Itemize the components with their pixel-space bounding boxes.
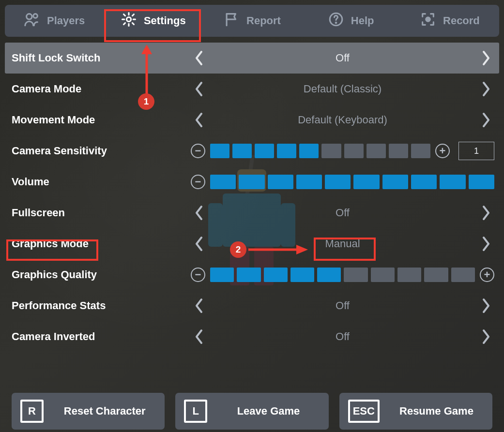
tab-label: Players [47, 15, 85, 27]
button-label: Reset Character [53, 405, 156, 417]
tab-label: Report [246, 15, 281, 27]
slider-segment [344, 268, 367, 282]
slider-segment [232, 144, 252, 158]
slider-segment [277, 144, 296, 158]
svg-point-2 [126, 17, 131, 21]
next-arrow[interactable] [478, 112, 494, 128]
setting-label: Graphics Mode [12, 238, 191, 250]
slider-segment [237, 268, 260, 282]
next-arrow[interactable] [478, 205, 494, 221]
decrease-button[interactable]: − [191, 175, 205, 189]
slider-segment [325, 175, 351, 189]
setting-label: Graphics Quality [12, 268, 191, 281]
tab-record[interactable]: Record [400, 5, 499, 37]
decrease-button[interactable]: − [191, 144, 205, 158]
reset-character-button[interactable]: R Reset Character [12, 393, 165, 430]
svg-point-0 [27, 14, 32, 19]
next-arrow[interactable] [478, 236, 494, 252]
prev-arrow[interactable] [191, 50, 207, 66]
slider-segment [411, 144, 430, 158]
slider-segment [367, 144, 386, 158]
next-arrow[interactable] [478, 81, 494, 97]
slider-segment [239, 175, 264, 189]
row-camera-sensitivity: Camera Sensitivity − + 1 [5, 135, 499, 166]
slider-segment [411, 175, 437, 189]
graphics-quality-slider[interactable] [210, 268, 475, 282]
prev-arrow[interactable] [191, 328, 207, 345]
setting-label: Shift Lock Switch [12, 52, 191, 64]
slider-segment [210, 268, 234, 282]
slider-segment [389, 144, 408, 158]
svg-point-4 [336, 22, 336, 23]
prev-arrow[interactable] [191, 112, 207, 128]
slider-segment [424, 268, 448, 282]
slider-segment [268, 175, 293, 189]
sensitivity-value-box[interactable]: 1 [458, 142, 494, 160]
tab-label: Settings [144, 15, 186, 27]
increase-button[interactable]: + [435, 144, 450, 158]
tab-players[interactable]: Players [5, 5, 104, 37]
slider-segment [321, 144, 341, 158]
prev-arrow[interactable] [191, 81, 207, 97]
setting-value: Default (Keyboard) [207, 114, 478, 126]
decrease-button[interactable]: − [191, 268, 205, 282]
settings-panel: Shift Lock Switch Off Camera Mode Defaul… [5, 43, 499, 352]
menu-tabbar: Players Settings Report [5, 5, 499, 37]
row-volume: Volume − [5, 166, 499, 197]
setting-label: Performance Stats [12, 299, 191, 312]
slider-segment [382, 175, 408, 189]
setting-value: Default (Classic) [207, 83, 478, 95]
row-shift-lock: Shift Lock Switch Off [5, 43, 499, 74]
leave-game-button[interactable]: L Leave Game [175, 393, 328, 430]
record-icon [420, 11, 436, 30]
slider-segment [451, 268, 475, 282]
row-performance-stats: Performance Stats Off [5, 290, 499, 321]
tab-help[interactable]: Help [302, 5, 400, 37]
action-bar: R Reset Character L Leave Game ESC Resum… [0, 393, 504, 430]
slider-segment [299, 144, 319, 158]
setting-value: Off [207, 299, 478, 312]
keycap: R [20, 400, 44, 423]
slider-segment [353, 175, 379, 189]
prev-arrow[interactable] [191, 205, 207, 221]
button-label: Resume Game [389, 405, 484, 417]
help-icon [328, 11, 344, 30]
next-arrow[interactable] [478, 50, 494, 66]
next-arrow[interactable] [478, 298, 494, 314]
setting-value: Off [207, 330, 478, 343]
sensitivity-slider[interactable] [210, 144, 430, 158]
row-graphics-mode: Graphics Mode Manual [5, 228, 499, 259]
slider-segment [317, 268, 341, 282]
flag-icon [223, 11, 240, 30]
volume-slider[interactable] [210, 175, 494, 189]
slider-segment [255, 144, 274, 158]
tab-settings[interactable]: Settings [104, 5, 202, 37]
slider-segment [469, 175, 494, 189]
tab-report[interactable]: Report [202, 5, 301, 37]
increase-button[interactable]: + [480, 268, 494, 282]
slider-segment [264, 268, 288, 282]
setting-value: Off [207, 207, 478, 219]
slider-segment [210, 175, 236, 189]
setting-label: Camera Mode [12, 83, 191, 95]
next-arrow[interactable] [478, 328, 494, 345]
row-camera-mode: Camera Mode Default (Classic) [5, 74, 499, 104]
button-label: Leave Game [217, 405, 320, 417]
resume-game-button[interactable]: ESC Resume Game [339, 393, 492, 430]
setting-value: Manual [207, 238, 478, 250]
slider-segment [296, 175, 322, 189]
setting-label: Volume [12, 176, 191, 188]
players-icon [24, 11, 40, 30]
row-movement-mode: Movement Mode Default (Keyboard) [5, 104, 499, 135]
slider-segment [371, 268, 395, 282]
keycap: ESC [348, 400, 380, 423]
tab-label: Help [351, 15, 374, 27]
settings-menu: Players Settings Report [0, 5, 504, 432]
keycap: L [184, 400, 207, 423]
setting-value: Off [207, 52, 478, 64]
prev-arrow[interactable] [191, 236, 207, 252]
prev-arrow[interactable] [191, 298, 207, 314]
slider-segment [210, 144, 229, 158]
gear-icon [121, 11, 137, 30]
setting-label: Movement Mode [12, 114, 191, 126]
